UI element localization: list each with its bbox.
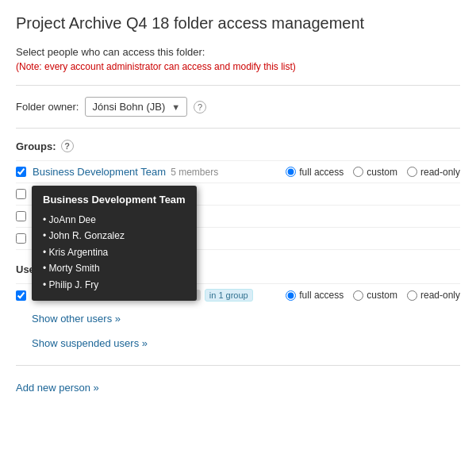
access-options-business-development: full access custom read-only bbox=[286, 167, 460, 178]
tooltip-member-4: Morty Smith bbox=[43, 260, 186, 276]
radio-readonly-business-development[interactable]: read-only bbox=[407, 167, 460, 178]
group-checkbox-business-development[interactable] bbox=[16, 167, 26, 177]
add-new-person-link[interactable]: Add new person » bbox=[16, 382, 99, 394]
tooltip-member-5: Philip J. Fry bbox=[43, 277, 186, 293]
divider-2 bbox=[16, 128, 460, 129]
group-row-business-development: Business Development Team 5 members full… bbox=[16, 160, 460, 183]
note-text: (Note: every account administrator can a… bbox=[16, 61, 460, 72]
user-badge-group: in 1 group bbox=[205, 289, 253, 302]
radio-readonly-aksel[interactable]: read-only bbox=[407, 290, 460, 301]
groups-label: Groups: bbox=[16, 140, 56, 152]
user-checkbox-aksel[interactable] bbox=[16, 290, 26, 301]
group-checkbox-human-resources[interactable] bbox=[16, 211, 26, 221]
tooltip-member-3: Kris Argentina bbox=[43, 244, 186, 260]
radio-full-access-business-development[interactable]: full access bbox=[286, 167, 344, 178]
groups-list: Business Development Team 5 members full… bbox=[16, 160, 460, 250]
tooltip-member-2: John R. Gonzalez bbox=[43, 228, 186, 244]
group-name-business-development[interactable]: Business Development Team bbox=[33, 166, 166, 178]
folder-owner-label: Folder owner: bbox=[16, 101, 79, 113]
group-checkbox-management[interactable] bbox=[16, 233, 26, 244]
tooltip-business-development: Business Development Team JoAnn Dee John… bbox=[32, 186, 197, 301]
tooltip-title: Business Development Team bbox=[43, 194, 186, 206]
folder-owner-select[interactable]: Jónsi Bohn (JB) ▼ bbox=[85, 97, 187, 117]
folder-owner-help-icon[interactable]: ? bbox=[194, 101, 206, 113]
tooltip-member-list: JoAnn Dee John R. Gonzalez Kris Argentin… bbox=[43, 212, 186, 293]
group-member-count-business-development: 5 members bbox=[171, 167, 218, 178]
show-other-users-link[interactable]: Show other users » bbox=[16, 306, 460, 331]
radio-custom-business-development[interactable]: custom bbox=[353, 167, 397, 178]
access-options-aksel: full access custom read-only bbox=[286, 290, 460, 301]
group-row-wrapper-business-development: Business Development Team 5 members full… bbox=[16, 160, 460, 183]
description-text: Select people who can access this folder… bbox=[16, 46, 460, 58]
folder-owner-value: Jónsi Bohn (JB) bbox=[92, 101, 165, 113]
groups-section-header: Groups: ? bbox=[16, 140, 460, 152]
folder-owner-row: Folder owner: Jónsi Bohn (JB) ▼ ? bbox=[16, 97, 460, 117]
show-suspended-users-link[interactable]: Show suspended users » bbox=[16, 331, 460, 355]
tooltip-member-1: JoAnn Dee bbox=[43, 212, 186, 228]
page-title: Project Archive Q4 18 folder access mana… bbox=[16, 13, 460, 33]
dropdown-arrow-icon: ▼ bbox=[171, 102, 180, 112]
radio-full-access-aksel[interactable]: full access bbox=[286, 290, 344, 301]
radio-custom-aksel[interactable]: custom bbox=[353, 290, 397, 301]
groups-help-icon[interactable]: ? bbox=[61, 140, 74, 152]
group-checkbox-finance[interactable] bbox=[16, 189, 26, 199]
divider-3 bbox=[16, 365, 460, 366]
divider-1 bbox=[16, 85, 460, 86]
